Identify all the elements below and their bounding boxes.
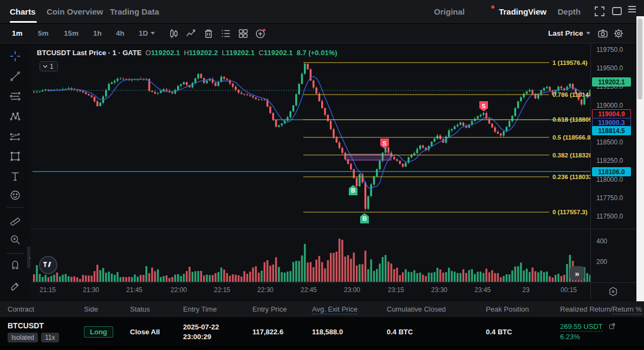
external-link-icon[interactable] [608,322,616,330]
tab-trading-data[interactable]: Trading Data [110,0,159,23]
price-mode-dropdown[interactable]: Last Price [548,24,590,43]
volume-bar [463,269,465,282]
timeframe-15m[interactable]: 15m [64,24,79,43]
candle-body [240,93,243,94]
menu-icon[interactable] [626,3,639,16]
text-tool-icon[interactable] [9,170,21,182]
position-row[interactable]: BTCUSDT Isolated11x Long Close All 2025-… [0,317,644,346]
forecast-tool-icon[interactable] [9,130,21,142]
tab-depth[interactable]: Depth [558,0,581,23]
popout-window-icon[interactable] [610,5,623,18]
price-axis[interactable]: 119750.0119500.0119250.0119000.0118500.0… [590,43,636,300]
chart-canvas[interactable]: 1 (119576.4)0.786 (119144.3)0.618 (11880… [30,43,590,300]
measure-ruler-icon[interactable] [9,214,21,226]
objects-tree-chip[interactable]: 1 [40,61,58,71]
volume-bar [131,277,133,282]
volume-bar [90,275,93,282]
candle-body [402,164,404,167]
volume-bar [258,273,260,282]
tab-charts[interactable]: Charts [10,0,36,23]
axis-settings-icon[interactable] [607,286,619,298]
candle-body [491,123,493,127]
timeframe-5m[interactable]: 5m [38,24,49,43]
volume-bar [142,275,145,282]
time-axis-label: 22:15 [214,286,230,294]
volume-bar [266,260,269,282]
candle-body [206,81,208,83]
volume-bar [235,275,237,282]
candle-body [433,138,435,142]
candle-body [497,132,499,134]
volume-bar [520,262,522,282]
price-mode-label: Last Price [548,29,583,37]
volume-bar [50,276,53,282]
interval-dropdown[interactable]: 1D [139,24,155,43]
tradingview-logo[interactable] [39,256,57,274]
candle-body [483,113,485,115]
camera-snapshot-icon[interactable] [597,28,609,39]
chart-source-tradingview[interactable]: TradingView [499,0,547,23]
volume-bar [408,272,410,282]
return-pct-label: Return % [613,305,642,314]
delete-drawings-icon[interactable] [203,28,214,39]
volume-bar [561,276,563,282]
candle-body [411,155,413,157]
volume-bar [145,266,147,282]
page-scrollbar[interactable] [636,16,644,322]
indicators-icon[interactable] [185,28,197,39]
volume-bar [269,266,271,282]
open-value: 119202.1 [151,49,180,57]
candle-body [324,108,326,115]
tab-coin-overview[interactable]: Coin Overview [47,0,103,23]
volume-bar [396,268,398,282]
timeframe-1m[interactable]: 1m [12,24,23,43]
cell-cumulative-closed: 0.4 BTC [387,328,486,336]
high-label: H [184,49,188,57]
cell-peak-position: 0.4 BTC [486,328,560,336]
chart-source-original[interactable]: Original [434,0,465,23]
rectangle-tool-icon[interactable] [9,150,21,162]
crosshair-icon[interactable] [9,50,21,62]
chevron-down-icon [43,65,48,68]
timeframe-4h[interactable]: 4h [116,24,125,43]
col-entry-price: Entry Price [252,305,312,313]
candle-body [583,97,586,104]
volume-bar [56,273,58,282]
order-list-icon[interactable] [220,28,232,39]
add-compare-icon[interactable] [255,28,266,39]
magnet-tool-icon[interactable] [9,260,21,272]
volume-bar [459,273,461,282]
volume-bar [186,271,188,282]
volume-bar [540,270,542,282]
candle-body [387,147,389,153]
candlestick-chart[interactable]: 1 (119576.4)0.786 (119144.3)0.618 (11880… [30,43,590,300]
xabcd-pattern-tool-icon[interactable] [9,110,21,122]
time-axis-label: 21:15 [40,286,56,294]
price-badge: 119004.9 [592,109,631,118]
fib-level-label: 1 (119576.4) [552,60,588,66]
zoom-in-tool-icon[interactable] [9,234,21,246]
emoji-tool-icon[interactable] [9,189,21,201]
candlestick-style-icon[interactable] [168,28,180,39]
volume-bar [419,273,421,282]
layout-grid-icon[interactable] [237,28,249,39]
trend-line-tool-icon[interactable] [9,70,21,82]
scrollbar-thumb[interactable] [638,18,642,100]
candle-body [463,123,465,126]
candle-body [223,77,225,79]
timeframe-1h[interactable]: 1h [93,24,102,43]
candle-body [243,94,245,94]
candle-body [122,79,125,80]
candle-body [281,123,283,125]
volume-bar [122,277,125,282]
open-label: O [146,49,151,57]
high-value: 119202.2 [189,49,218,57]
fullscreen-icon[interactable] [593,5,606,18]
fib-retracement-tool-icon[interactable] [9,90,21,102]
volume-bar [324,268,326,282]
chart-settings-gear-icon[interactable] [613,28,625,39]
drawing-mode-pencil-icon[interactable] [9,280,21,292]
scroll-to-latest-button[interactable]: » [570,266,584,280]
price-badge: 119202.1 [592,77,631,87]
price-tick-label: 119000.0 [596,102,623,109]
